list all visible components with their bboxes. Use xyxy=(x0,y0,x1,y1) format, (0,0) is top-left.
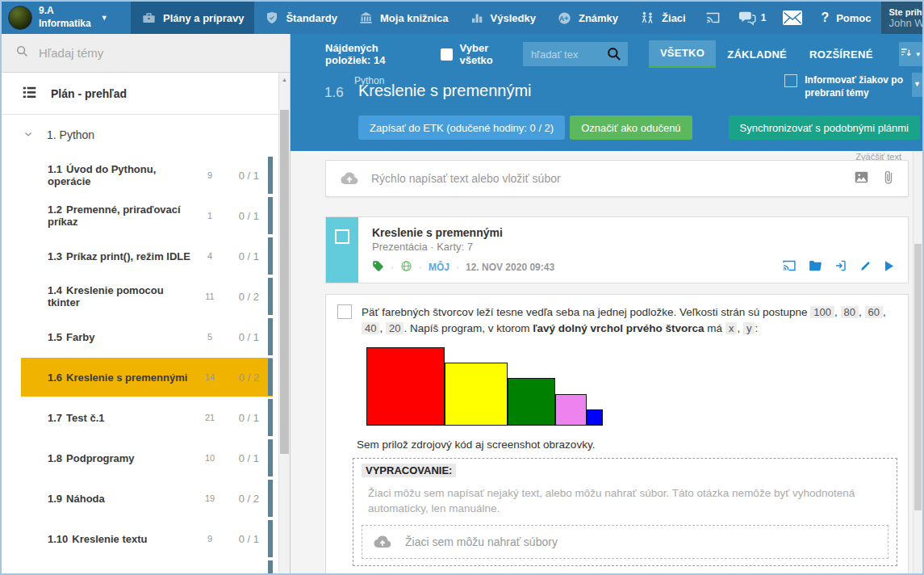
topic-indicator-bar xyxy=(268,399,273,436)
insert-image-icon[interactable] xyxy=(855,171,868,187)
inform-label-line2: prebraní témy xyxy=(805,87,868,99)
sidebar-item-1-2[interactable]: 1.2Premenné, priraďovací príkaz 1 0 / 1 xyxy=(2,195,290,236)
found-items-label: Nájdených položiek: 14 xyxy=(325,42,407,66)
lesson-progress: 0 / 2 xyxy=(222,493,259,505)
top-navbar: 9.A Informatika ▼ Plány a prípravy Štand… xyxy=(2,2,922,34)
size-chip: 100 xyxy=(810,306,834,318)
nav-tab-label: Plány a prípravy xyxy=(163,12,244,24)
quick-input-bar[interactable]: Rýchlo napísať text alebo vložiť súbor xyxy=(325,160,909,197)
topics-sidebar: Plán - prehľad 1. Python 1.1Úvod do Pyth… xyxy=(2,34,291,573)
tab-zakladne[interactable]: ZÁKLADNÉ xyxy=(716,40,798,68)
class-selector[interactable]: 9.A Informatika ▼ xyxy=(2,2,131,34)
play-icon[interactable] xyxy=(884,573,896,573)
topic-indicator-bar xyxy=(268,480,273,517)
card-count: 14 xyxy=(198,372,222,382)
sidebar-item-1-10[interactable]: 1.10Kreslenie textu 9 0 / 1 xyxy=(2,518,290,559)
question-checkbox[interactable] xyxy=(337,304,352,319)
pencil-icon[interactable] xyxy=(859,260,872,275)
topic-indicator-bar xyxy=(268,278,273,315)
topic-indicator-bar xyxy=(268,318,273,355)
tag-icon xyxy=(339,573,351,573)
library-icon xyxy=(358,10,374,26)
sidebar-item-1-4[interactable]: 1.4Kreslenie pomocou tkinter 11 0 / 2 xyxy=(2,276,290,317)
pencil-icon[interactable] xyxy=(860,573,872,573)
present-cast-icon[interactable] xyxy=(673,573,688,573)
sync-plans-button[interactable]: Synchronizovať s podobnými plánmi xyxy=(729,115,920,140)
present-cast-icon[interactable] xyxy=(782,259,796,275)
nav-tab-vysledky[interactable]: Výsledky xyxy=(459,2,546,34)
sidebar-item-1-3[interactable]: 1.3Príkaz print(), režim IDLE 4 0 / 1 xyxy=(2,236,290,276)
material-title: Kreslenie s premennými xyxy=(372,226,895,239)
tab-vsetko[interactable]: VŠETKO xyxy=(649,40,716,68)
sign-in-icon[interactable] xyxy=(834,259,847,275)
question-card: Päť farebných štvorcov leží tesne vedľa … xyxy=(325,294,909,573)
mail-button[interactable] xyxy=(774,2,811,34)
play-icon[interactable] xyxy=(884,260,895,275)
student-upload-area[interactable]: Žiaci sem môžu nahrať súbory xyxy=(362,525,888,559)
question-text: Päť farebných štvorcov leží tesne vedľa … xyxy=(362,304,897,338)
material-checkbox[interactable] xyxy=(335,229,349,244)
nav-tab-znamky[interactable]: A+ Známky xyxy=(546,2,629,34)
inform-label-line1: Informovať žiakov po xyxy=(805,74,903,86)
inform-students-checkbox-group[interactable]: Informovať žiakov po prebraní témy xyxy=(784,73,903,99)
section-python[interactable]: 1. Python xyxy=(2,115,290,155)
question-mark-icon: ? xyxy=(821,10,829,25)
enlarge-text-link[interactable]: Zväčšiť text xyxy=(855,152,901,162)
cast-button[interactable] xyxy=(696,2,730,34)
cards-search xyxy=(523,42,628,66)
sidebar-item-1-9[interactable]: 1.9Náhoda 19 0 / 2 xyxy=(2,478,290,518)
thumbs-up-icon[interactable] xyxy=(700,573,712,573)
inform-students-checkbox[interactable] xyxy=(784,74,797,87)
signed-in-label: Ste prihlásený ako xyxy=(889,7,922,17)
nav-tab-moja-kniznica[interactable]: Moja knižnica xyxy=(348,2,459,34)
user-menu[interactable]: Ste prihlásený ako John Williams xyxy=(881,2,922,34)
nav-tab-standardy[interactable]: Štandardy xyxy=(254,2,348,34)
material-type-band xyxy=(326,217,358,283)
main-scrollbar-thumb[interactable] xyxy=(914,244,922,510)
cast-icon xyxy=(704,10,721,26)
colored-square xyxy=(445,363,508,426)
sidebar-item-1-1[interactable]: 1.1Úvod do Pythonu, operácie 9 0 / 1 xyxy=(2,155,290,195)
nav-tab-plany-a-pripravy[interactable]: Plány a prípravy xyxy=(131,2,254,34)
search-icon[interactable] xyxy=(606,46,622,65)
scroll-up-arrow-icon[interactable]: ▲ xyxy=(279,73,290,86)
var-chip: y xyxy=(743,322,755,334)
sidebar-scrollbar[interactable]: ▲ xyxy=(278,73,290,573)
students-icon xyxy=(639,10,655,26)
tag-icon xyxy=(372,260,384,275)
section-label: 1. Python xyxy=(47,128,94,141)
envelope-icon xyxy=(782,10,803,26)
briefcase-icon xyxy=(141,10,157,26)
sidebar-item-1-8[interactable]: 1.8Podprogramy 10 0 / 1 xyxy=(2,438,290,478)
chat-button[interactable]: 1 xyxy=(730,2,775,34)
public-globe-icon xyxy=(400,260,412,275)
sort-button[interactable]: ▼ xyxy=(899,42,922,66)
paperclip-icon[interactable] xyxy=(883,170,894,188)
nav-tab-label: Známky xyxy=(579,12,618,24)
student-upload-hint: Žiaci sem môžu nahrať súbory xyxy=(405,535,558,548)
lesson-progress: 0 / 1 xyxy=(222,533,259,545)
topic-indicator-bar xyxy=(268,197,273,234)
filter-button-partial[interactable] xyxy=(912,73,922,97)
tab-rozsirene[interactable]: ROZŠÍRENÉ xyxy=(798,40,884,68)
topic-indicator-bar xyxy=(268,237,273,275)
select-all-checkbox[interactable] xyxy=(441,48,453,61)
topic-indicator-bar xyxy=(268,359,273,396)
topics-search-input[interactable] xyxy=(39,46,240,60)
lesson-progress: 0 / 2 xyxy=(222,291,259,303)
main-scrollbar[interactable] xyxy=(913,151,922,573)
chevron-down-icon: ▼ xyxy=(915,51,922,58)
answer-area-label: VYPRACOVANIE: xyxy=(362,464,456,477)
sidebar-scrollbar-thumb[interactable] xyxy=(280,110,289,454)
sidebar-item-1-5[interactable]: 1.5Farby 5 0 / 1 xyxy=(2,317,290,357)
nav-tab-ziaci[interactable]: Žiaci xyxy=(629,2,696,34)
help-button[interactable]: ? Pomoc xyxy=(811,2,880,34)
plan-overview-item[interactable]: Plán - prehľad xyxy=(2,73,290,115)
sidebar-item-1-7[interactable]: 1.7Test č.1 21 0 / 1 xyxy=(2,397,290,438)
folder-icon[interactable] xyxy=(809,260,822,274)
sidebar-item-1-6-active[interactable]: 1.6Kreslenie s premennými 14 0 / 2 xyxy=(2,357,290,397)
size-chip: 80 xyxy=(841,306,859,318)
write-to-etk-button[interactable]: Zapísať do ETK (odučené hodiny: 0 / 2) xyxy=(358,115,565,140)
size-chip: 20 xyxy=(386,322,403,334)
mark-as-taught-button[interactable]: Označiť ako odučenú xyxy=(570,115,692,140)
